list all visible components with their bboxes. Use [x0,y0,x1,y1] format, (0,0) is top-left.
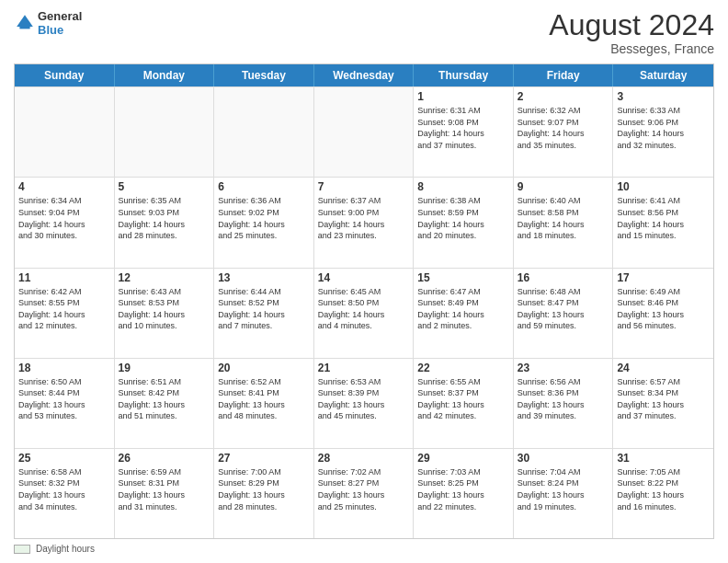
day-number: 26 [119,452,210,465]
day-number: 21 [318,362,410,374]
brand-line1: General [38,9,82,23]
header-day-tuesday: Tuesday [214,64,314,86]
title-block: August 2024 Besseges, France [549,9,714,56]
day-20: 20Sunrise: 6:52 AM Sunset: 8:41 PM Dayli… [214,359,314,448]
day-info: Sunrise: 6:47 AM Sunset: 8:49 PM Dayligh… [417,286,509,332]
svg-rect-1 [19,27,29,29]
day-info: Sunrise: 6:58 AM Sunset: 8:32 PM Dayligh… [18,466,110,512]
header-day-thursday: Thursday [414,64,514,86]
day-number: 3 [617,90,710,103]
day-number: 28 [318,452,410,465]
week-5: 25Sunrise: 6:58 AM Sunset: 8:32 PM Dayli… [15,448,713,538]
day-17: 17Sunrise: 6:49 AM Sunset: 8:46 PM Dayli… [613,269,713,358]
day-info: Sunrise: 6:32 AM Sunset: 9:07 PM Dayligh… [518,105,609,151]
day-11: 11Sunrise: 6:42 AM Sunset: 8:55 PM Dayli… [15,269,115,358]
day-info: Sunrise: 6:33 AM Sunset: 9:06 PM Dayligh… [617,105,710,151]
empty-cell [15,87,115,177]
day-28: 28Sunrise: 7:02 AM Sunset: 8:27 PM Dayli… [314,449,415,538]
day-number: 7 [318,180,410,193]
day-number: 10 [617,180,710,193]
svg-marker-0 [17,15,33,27]
day-16: 16Sunrise: 6:48 AM Sunset: 8:47 PM Dayli… [514,269,614,358]
day-10: 10Sunrise: 6:41 AM Sunset: 8:56 PM Dayli… [613,178,713,267]
day-number: 17 [617,271,710,284]
calendar: SundayMondayTuesdayWednesdayThursdayFrid… [14,63,714,539]
day-25: 25Sunrise: 6:58 AM Sunset: 8:32 PM Dayli… [15,449,115,538]
day-number: 16 [518,271,609,284]
footer-label: Daylight hours [36,544,95,554]
day-info: Sunrise: 6:55 AM Sunset: 8:37 PM Dayligh… [417,376,509,422]
day-info: Sunrise: 7:00 AM Sunset: 8:29 PM Dayligh… [218,466,310,512]
day-number: 29 [417,452,509,465]
day-info: Sunrise: 6:37 AM Sunset: 9:00 PM Dayligh… [318,195,410,241]
day-number: 6 [218,180,310,193]
day-info: Sunrise: 6:59 AM Sunset: 8:31 PM Dayligh… [119,466,210,512]
day-12: 12Sunrise: 6:43 AM Sunset: 8:53 PM Dayli… [115,269,215,358]
day-number: 27 [218,452,310,465]
brand-line2: Blue [38,23,82,37]
day-info: Sunrise: 6:34 AM Sunset: 9:04 PM Dayligh… [18,195,110,241]
day-2: 2Sunrise: 6:32 AM Sunset: 9:07 PM Daylig… [514,87,614,177]
day-info: Sunrise: 6:31 AM Sunset: 9:08 PM Dayligh… [417,105,509,151]
day-info: Sunrise: 6:52 AM Sunset: 8:41 PM Dayligh… [218,376,310,422]
week-2: 4Sunrise: 6:34 AM Sunset: 9:04 PM Daylig… [15,177,713,267]
day-29: 29Sunrise: 7:03 AM Sunset: 8:25 PM Dayli… [414,449,514,538]
day-24: 24Sunrise: 6:57 AM Sunset: 8:34 PM Dayli… [613,359,713,448]
day-13: 13Sunrise: 6:44 AM Sunset: 8:52 PM Dayli… [214,269,314,358]
day-number: 18 [18,362,110,374]
day-number: 2 [518,90,609,103]
day-info: Sunrise: 6:45 AM Sunset: 8:50 PM Dayligh… [318,286,410,332]
logo-icon [14,12,36,34]
day-6: 6Sunrise: 6:36 AM Sunset: 9:02 PM Daylig… [214,178,314,267]
day-info: Sunrise: 6:48 AM Sunset: 8:47 PM Dayligh… [518,286,609,332]
day-info: Sunrise: 6:56 AM Sunset: 8:36 PM Dayligh… [518,376,609,422]
day-number: 15 [417,271,509,284]
calendar-body: 1Sunrise: 6:31 AM Sunset: 9:08 PM Daylig… [15,86,713,538]
week-1: 1Sunrise: 6:31 AM Sunset: 9:08 PM Daylig… [15,86,713,177]
day-21: 21Sunrise: 6:53 AM Sunset: 8:39 PM Dayli… [314,359,415,448]
day-26: 26Sunrise: 6:59 AM Sunset: 8:31 PM Dayli… [115,449,215,538]
day-info: Sunrise: 7:05 AM Sunset: 8:22 PM Dayligh… [617,466,710,512]
week-3: 11Sunrise: 6:42 AM Sunset: 8:55 PM Dayli… [15,268,713,358]
day-number: 24 [617,362,710,374]
day-info: Sunrise: 6:49 AM Sunset: 8:46 PM Dayligh… [617,286,710,332]
day-info: Sunrise: 6:35 AM Sunset: 9:03 PM Dayligh… [119,195,210,241]
header-day-friday: Friday [514,64,614,86]
day-4: 4Sunrise: 6:34 AM Sunset: 9:04 PM Daylig… [15,178,115,267]
day-info: Sunrise: 6:40 AM Sunset: 8:58 PM Dayligh… [518,195,609,241]
day-1: 1Sunrise: 6:31 AM Sunset: 9:08 PM Daylig… [414,87,514,177]
page-title: August 2024 [549,9,714,41]
day-number: 31 [617,452,710,465]
day-info: Sunrise: 6:43 AM Sunset: 8:53 PM Dayligh… [119,286,210,332]
day-info: Sunrise: 7:04 AM Sunset: 8:24 PM Dayligh… [518,466,609,512]
day-number: 8 [417,180,509,193]
page: General Blue August 2024 Besseges, Franc… [0,0,728,563]
day-number: 13 [218,271,310,284]
day-30: 30Sunrise: 7:04 AM Sunset: 8:24 PM Dayli… [514,449,614,538]
day-27: 27Sunrise: 7:00 AM Sunset: 8:29 PM Dayli… [214,449,314,538]
day-number: 11 [18,271,110,284]
day-info: Sunrise: 6:57 AM Sunset: 8:34 PM Dayligh… [617,376,710,422]
calendar-header: SundayMondayTuesdayWednesdayThursdayFrid… [15,64,713,86]
day-22: 22Sunrise: 6:55 AM Sunset: 8:37 PM Dayli… [414,359,514,448]
day-number: 23 [518,362,609,374]
footer: Daylight hours [14,544,714,554]
day-5: 5Sunrise: 6:35 AM Sunset: 9:03 PM Daylig… [115,178,215,267]
day-number: 30 [518,452,609,465]
week-4: 18Sunrise: 6:50 AM Sunset: 8:44 PM Dayli… [15,358,713,448]
day-8: 8Sunrise: 6:38 AM Sunset: 8:59 PM Daylig… [414,178,514,267]
day-number: 14 [318,271,410,284]
page-subtitle: Besseges, France [549,41,714,56]
day-info: Sunrise: 6:50 AM Sunset: 8:44 PM Dayligh… [18,376,110,422]
header-day-saturday: Saturday [613,64,713,86]
empty-cell [314,87,415,177]
day-info: Sunrise: 7:02 AM Sunset: 8:27 PM Dayligh… [318,466,410,512]
day-19: 19Sunrise: 6:51 AM Sunset: 8:42 PM Dayli… [115,359,215,448]
day-info: Sunrise: 6:51 AM Sunset: 8:42 PM Dayligh… [119,376,210,422]
empty-cell [214,87,314,177]
header-day-sunday: Sunday [15,64,115,86]
day-info: Sunrise: 6:42 AM Sunset: 8:55 PM Dayligh… [18,286,110,332]
header-day-wednesday: Wednesday [314,64,415,86]
empty-cell [115,87,215,177]
day-info: Sunrise: 6:44 AM Sunset: 8:52 PM Dayligh… [218,286,310,332]
